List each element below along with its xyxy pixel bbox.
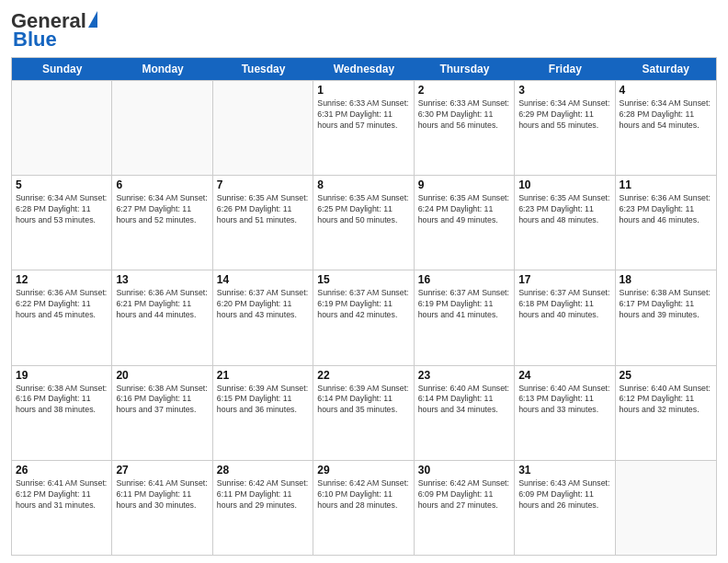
day-number: 19 — [16, 369, 108, 382]
day-number: 7 — [217, 178, 309, 191]
day-number: 27 — [116, 464, 208, 477]
day-number: 4 — [620, 84, 712, 97]
cell-info: Sunrise: 6:36 AM Sunset: 6:22 PM Dayligh… — [16, 288, 108, 321]
cell-info: Sunrise: 6:37 AM Sunset: 6:19 PM Dayligh… — [418, 288, 510, 321]
calendar-cell: 31Sunrise: 6:43 AM Sunset: 6:09 PM Dayli… — [515, 461, 615, 555]
cell-info: Sunrise: 6:36 AM Sunset: 6:23 PM Dayligh… — [620, 193, 712, 226]
day-number: 3 — [518, 84, 610, 97]
cell-info: Sunrise: 6:42 AM Sunset: 6:11 PM Dayligh… — [217, 478, 309, 511]
calendar-row-1: 5Sunrise: 6:34 AM Sunset: 6:28 PM Daylig… — [12, 175, 716, 270]
calendar-cell: 6Sunrise: 6:34 AM Sunset: 6:27 PM Daylig… — [112, 176, 212, 270]
calendar-cell: 22Sunrise: 6:39 AM Sunset: 6:14 PM Dayli… — [313, 366, 414, 460]
calendar-cell: 9Sunrise: 6:35 AM Sunset: 6:24 PM Daylig… — [415, 176, 515, 270]
cell-info: Sunrise: 6:34 AM Sunset: 6:28 PM Dayligh… — [16, 193, 108, 226]
calendar-cell: 3Sunrise: 6:34 AM Sunset: 6:29 PM Daylig… — [515, 81, 615, 175]
calendar-cell: 10Sunrise: 6:35 AM Sunset: 6:23 PM Dayli… — [515, 176, 615, 270]
weekday-header-sunday: Sunday — [12, 58, 112, 80]
day-number: 21 — [217, 369, 309, 382]
logo-blue: Blue — [13, 28, 57, 52]
day-number: 26 — [16, 464, 108, 477]
calendar-cell: 20Sunrise: 6:38 AM Sunset: 6:16 PM Dayli… — [112, 366, 212, 460]
cell-info: Sunrise: 6:37 AM Sunset: 6:19 PM Dayligh… — [317, 288, 409, 321]
cell-info: Sunrise: 6:37 AM Sunset: 6:18 PM Dayligh… — [518, 288, 610, 321]
day-number: 9 — [418, 178, 510, 191]
cell-info: Sunrise: 6:34 AM Sunset: 6:27 PM Dayligh… — [116, 193, 208, 226]
calendar-row-3: 19Sunrise: 6:38 AM Sunset: 6:16 PM Dayli… — [12, 365, 716, 460]
calendar-cell: 18Sunrise: 6:38 AM Sunset: 6:17 PM Dayli… — [616, 270, 716, 364]
calendar-row-2: 12Sunrise: 6:36 AM Sunset: 6:22 PM Dayli… — [12, 270, 716, 364]
cell-info: Sunrise: 6:35 AM Sunset: 6:25 PM Dayligh… — [317, 193, 409, 226]
calendar-cell: 23Sunrise: 6:40 AM Sunset: 6:14 PM Dayli… — [415, 366, 515, 460]
weekday-header-monday: Monday — [112, 58, 212, 80]
page: General Blue SundayMondayTuesdayWednesda… — [0, 0, 728, 563]
calendar-cell: 15Sunrise: 6:37 AM Sunset: 6:19 PM Dayli… — [313, 270, 414, 364]
day-number: 23 — [418, 369, 510, 382]
weekday-header-saturday: Saturday — [616, 58, 716, 80]
day-number: 29 — [317, 464, 409, 477]
calendar-row-0: 1Sunrise: 6:33 AM Sunset: 6:31 PM Daylig… — [12, 80, 716, 175]
calendar-body: 1Sunrise: 6:33 AM Sunset: 6:31 PM Daylig… — [12, 80, 716, 555]
cell-info: Sunrise: 6:40 AM Sunset: 6:12 PM Dayligh… — [620, 384, 712, 417]
calendar-cell: 1Sunrise: 6:33 AM Sunset: 6:31 PM Daylig… — [313, 81, 414, 175]
calendar-cell: 5Sunrise: 6:34 AM Sunset: 6:28 PM Daylig… — [12, 176, 112, 270]
day-number: 15 — [317, 273, 409, 286]
day-number: 17 — [518, 273, 610, 286]
calendar-row-4: 26Sunrise: 6:41 AM Sunset: 6:12 PM Dayli… — [12, 460, 716, 555]
cell-info: Sunrise: 6:35 AM Sunset: 6:23 PM Dayligh… — [518, 193, 610, 226]
cell-info: Sunrise: 6:34 AM Sunset: 6:29 PM Dayligh… — [518, 98, 610, 132]
day-number: 24 — [518, 369, 610, 382]
calendar-cell: 14Sunrise: 6:37 AM Sunset: 6:20 PM Dayli… — [213, 270, 313, 364]
cell-info: Sunrise: 6:38 AM Sunset: 6:16 PM Dayligh… — [116, 384, 208, 417]
calendar-cell: 27Sunrise: 6:41 AM Sunset: 6:11 PM Dayli… — [112, 461, 212, 555]
calendar-cell: 17Sunrise: 6:37 AM Sunset: 6:18 PM Dayli… — [515, 270, 615, 364]
cell-info: Sunrise: 6:33 AM Sunset: 6:30 PM Dayligh… — [418, 98, 510, 132]
day-number: 18 — [620, 273, 712, 286]
day-number: 6 — [116, 178, 208, 191]
cell-info: Sunrise: 6:38 AM Sunset: 6:17 PM Dayligh… — [620, 288, 712, 321]
cell-info: Sunrise: 6:42 AM Sunset: 6:10 PM Dayligh… — [317, 478, 409, 511]
calendar-cell — [213, 81, 313, 175]
cell-info: Sunrise: 6:35 AM Sunset: 6:26 PM Dayligh… — [217, 193, 309, 226]
day-number: 8 — [317, 178, 409, 191]
header: General Blue — [11, 9, 717, 52]
logo-triangle-icon — [88, 11, 97, 28]
day-number: 14 — [217, 273, 309, 286]
calendar-cell: 8Sunrise: 6:35 AM Sunset: 6:25 PM Daylig… — [313, 176, 414, 270]
calendar-cell: 19Sunrise: 6:38 AM Sunset: 6:16 PM Dayli… — [12, 366, 112, 460]
weekday-header-thursday: Thursday — [415, 58, 515, 80]
calendar-cell: 2Sunrise: 6:33 AM Sunset: 6:30 PM Daylig… — [415, 81, 515, 175]
cell-info: Sunrise: 6:39 AM Sunset: 6:14 PM Dayligh… — [317, 384, 409, 417]
day-number: 30 — [418, 464, 510, 477]
cell-info: Sunrise: 6:43 AM Sunset: 6:09 PM Dayligh… — [518, 478, 610, 511]
day-number: 31 — [518, 464, 610, 477]
cell-info: Sunrise: 6:33 AM Sunset: 6:31 PM Dayligh… — [317, 98, 409, 132]
calendar-cell: 16Sunrise: 6:37 AM Sunset: 6:19 PM Dayli… — [415, 270, 515, 364]
cell-info: Sunrise: 6:40 AM Sunset: 6:14 PM Dayligh… — [418, 384, 510, 417]
calendar-header: SundayMondayTuesdayWednesdayThursdayFrid… — [12, 58, 716, 80]
calendar-cell — [112, 81, 212, 175]
cell-info: Sunrise: 6:35 AM Sunset: 6:24 PM Dayligh… — [418, 193, 510, 226]
cell-info: Sunrise: 6:37 AM Sunset: 6:20 PM Dayligh… — [217, 288, 309, 321]
calendar-cell: 13Sunrise: 6:36 AM Sunset: 6:21 PM Dayli… — [112, 270, 212, 364]
calendar-cell: 28Sunrise: 6:42 AM Sunset: 6:11 PM Dayli… — [213, 461, 313, 555]
calendar-cell: 30Sunrise: 6:42 AM Sunset: 6:09 PM Dayli… — [415, 461, 515, 555]
cell-info: Sunrise: 6:41 AM Sunset: 6:12 PM Dayligh… — [16, 478, 108, 511]
calendar-cell: 11Sunrise: 6:36 AM Sunset: 6:23 PM Dayli… — [616, 176, 716, 270]
calendar-cell: 26Sunrise: 6:41 AM Sunset: 6:12 PM Dayli… — [12, 461, 112, 555]
cell-info: Sunrise: 6:38 AM Sunset: 6:16 PM Dayligh… — [16, 384, 108, 417]
day-number: 2 — [418, 84, 510, 97]
cell-info: Sunrise: 6:41 AM Sunset: 6:11 PM Dayligh… — [116, 478, 208, 511]
day-number: 11 — [620, 178, 712, 191]
weekday-header-tuesday: Tuesday — [213, 58, 313, 80]
day-number: 16 — [418, 273, 510, 286]
cell-info: Sunrise: 6:40 AM Sunset: 6:13 PM Dayligh… — [518, 384, 610, 417]
day-number: 5 — [16, 178, 108, 191]
day-number: 10 — [518, 178, 610, 191]
weekday-header-friday: Friday — [515, 58, 615, 80]
cell-info: Sunrise: 6:39 AM Sunset: 6:15 PM Dayligh… — [217, 384, 309, 417]
logo: General Blue — [11, 9, 97, 52]
calendar: SundayMondayTuesdayWednesdayThursdayFrid… — [11, 57, 717, 556]
day-number: 1 — [317, 84, 409, 97]
cell-info: Sunrise: 6:34 AM Sunset: 6:28 PM Dayligh… — [620, 98, 712, 132]
day-number: 22 — [317, 369, 409, 382]
